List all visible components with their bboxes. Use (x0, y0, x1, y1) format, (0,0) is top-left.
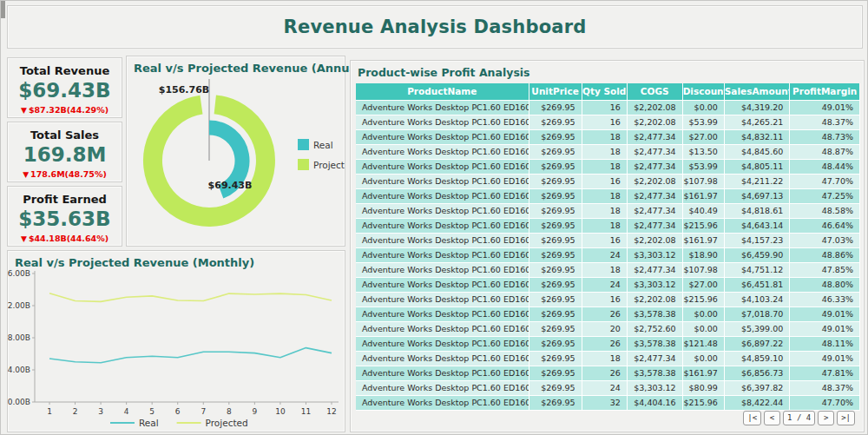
kpi-value: 169.8M (8, 143, 122, 166)
legend-label-real[interactable]: Real (139, 418, 159, 428)
column-header: UnitPrice (529, 83, 582, 100)
value-cell: $2,202.08 (627, 174, 682, 188)
value-cell: $269.95 (529, 188, 582, 203)
value-cell: $4,818.61 (724, 203, 789, 218)
value-cell: 18 (582, 218, 627, 233)
value-cell: $2,477.34 (627, 188, 682, 203)
value-cell: $6,451.81 (724, 277, 789, 292)
last-page-button[interactable]: >| (837, 411, 855, 425)
value-cell: $0.00 (682, 100, 724, 115)
product-name-cell: Adventure Works Desktop PC1.60 ED160 Bla… (356, 336, 529, 351)
real-value-label: $69.43B (208, 180, 253, 191)
y-tick-label: $16.00B (8, 269, 30, 278)
value-cell: $4,751.12 (724, 262, 789, 277)
line-chart: $0.00B$4.00B$8.00B$12.00B$16.00B12345678… (8, 269, 345, 434)
value-cell: $269.95 (529, 366, 582, 380)
legend-label-real[interactable]: Real (313, 140, 333, 150)
table-row: Adventure Works Desktop PC1.60 ED160 Bla… (356, 292, 860, 306)
value-cell: $80.99 (682, 380, 724, 395)
decrease-arrow-icon: ▼ (21, 106, 27, 115)
value-cell: 48.44% (790, 159, 860, 174)
value-cell: 48.11% (790, 336, 860, 351)
legend-swatch-projected[interactable] (298, 159, 309, 170)
value-cell: $269.95 (529, 159, 582, 174)
table-row: Adventure Works Desktop PC1.60 ED160 Bla… (356, 218, 860, 233)
value-cell: $6,397.82 (724, 380, 789, 395)
pagination: |< < 1 / 4 > >| (743, 411, 855, 425)
monthly-revenue-line-panel: Real v/s Projected Revenue (Monthly) $0.… (7, 250, 345, 432)
kpi-label: Total Revenue (8, 64, 122, 77)
column-header: Discount (682, 83, 724, 100)
value-cell: $269.95 (529, 144, 582, 159)
value-cell: $161.97 (682, 233, 724, 247)
table-row: Adventure Works Desktop PC1.60 ED160 Bla… (356, 129, 860, 144)
legend-label-projected[interactable]: Projected (313, 160, 345, 170)
value-cell: $2,477.34 (627, 144, 682, 159)
value-cell: $161.97 (682, 366, 724, 380)
product-name-cell: Adventure Works Desktop PC1.60 ED160 Bla… (356, 380, 529, 395)
table-row: Adventure Works Desktop PC1.60 ED160 Bla… (356, 203, 860, 218)
value-cell: $0.00 (682, 321, 724, 336)
table-row: Adventure Works Desktop PC1.60 ED160 Bla… (356, 174, 860, 188)
value-cell: $4,211.22 (724, 174, 789, 188)
value-cell: $4,859.10 (724, 351, 789, 366)
value-cell: $4,265.21 (724, 115, 789, 129)
value-cell: $3,578.38 (627, 366, 682, 380)
value-cell: 18 (582, 203, 627, 218)
value-cell: $6,897.22 (724, 336, 789, 351)
value-cell: $0.00 (682, 351, 724, 366)
table-row: Adventure Works Desktop PC1.60 ED160 Bla… (356, 306, 860, 321)
value-cell: $107.98 (682, 262, 724, 277)
x-tick-label: 11 (301, 407, 311, 416)
value-cell: 49.01% (790, 100, 860, 115)
value-cell: $269.95 (529, 277, 582, 292)
value-cell: 20 (582, 321, 627, 336)
value-cell: $269.95 (529, 380, 582, 395)
value-cell: $53.99 (682, 115, 724, 129)
value-cell: $269.95 (529, 129, 582, 144)
value-cell: $27.00 (682, 277, 724, 292)
value-cell: 47.85% (790, 262, 860, 277)
legend-swatch-real[interactable] (298, 139, 309, 150)
value-cell: $4,697.13 (724, 188, 789, 203)
kpi-card-total-sales: Total Sales 169.8M ▼178.6M(48.75%) (7, 122, 122, 182)
table-row: Adventure Works Desktop PC1.60 ED160 Bla… (356, 336, 860, 351)
product-name-cell: Adventure Works Desktop PC1.60 ED160 Bla… (356, 277, 529, 292)
product-name-cell: Adventure Works Desktop PC1.60 ED160 Bla… (356, 366, 529, 380)
table-row: Adventure Works Desktop PC1.60 ED160 Bla… (356, 262, 860, 277)
kpi-change: 178.6M(48.75%) (30, 169, 107, 179)
table-title: Product-wise Profit Analysis (351, 61, 864, 79)
y-tick-label: $4.00B (8, 366, 30, 374)
value-cell: $269.95 (529, 306, 582, 321)
value-cell: $4,805.11 (724, 159, 789, 174)
value-cell: $4,845.60 (724, 144, 789, 159)
x-tick-label: 2 (73, 407, 78, 416)
column-header: SalesAmount (724, 83, 789, 100)
product-name-cell: Adventure Works Desktop PC1.60 ED160 Bla… (356, 306, 529, 321)
value-cell: $215.96 (682, 292, 724, 306)
value-cell: 48.73% (790, 129, 860, 144)
table-row: Adventure Works Desktop PC1.60 ED160 Bla… (356, 366, 860, 380)
value-cell: 24 (582, 247, 627, 262)
table-row: Adventure Works Desktop PC1.60 ED160 Bla… (356, 188, 860, 203)
y-tick-label: $12.00B (8, 301, 30, 310)
legend-label-projected[interactable]: Projected (206, 418, 248, 428)
product-name-cell: Adventure Works Desktop PC1.60 ED160 Bla… (356, 159, 529, 174)
value-cell: $8,422.44 (724, 395, 789, 410)
value-cell: $53.99 (682, 159, 724, 174)
decrease-arrow-icon: ▼ (23, 170, 29, 179)
first-page-button[interactable]: |< (743, 411, 761, 425)
value-cell: $269.95 (529, 262, 582, 277)
value-cell: 47.70% (790, 395, 860, 410)
value-cell: 48.58% (790, 203, 860, 218)
value-cell: $4,643.14 (724, 218, 789, 233)
table-row: Adventure Works Desktop PC1.60 ED160 Bla… (356, 100, 860, 115)
product-name-cell: Adventure Works Desktop PC1.60 ED160 Bla… (356, 247, 529, 262)
value-cell: $6,459.90 (724, 247, 789, 262)
next-page-button[interactable]: > (818, 411, 834, 425)
value-cell: $2,477.34 (627, 159, 682, 174)
prev-page-button[interactable]: < (764, 411, 780, 425)
x-tick-label: 6 (175, 407, 181, 416)
kpi-change: $44.18B(44.64%) (29, 234, 108, 243)
value-cell: $269.95 (529, 115, 582, 129)
